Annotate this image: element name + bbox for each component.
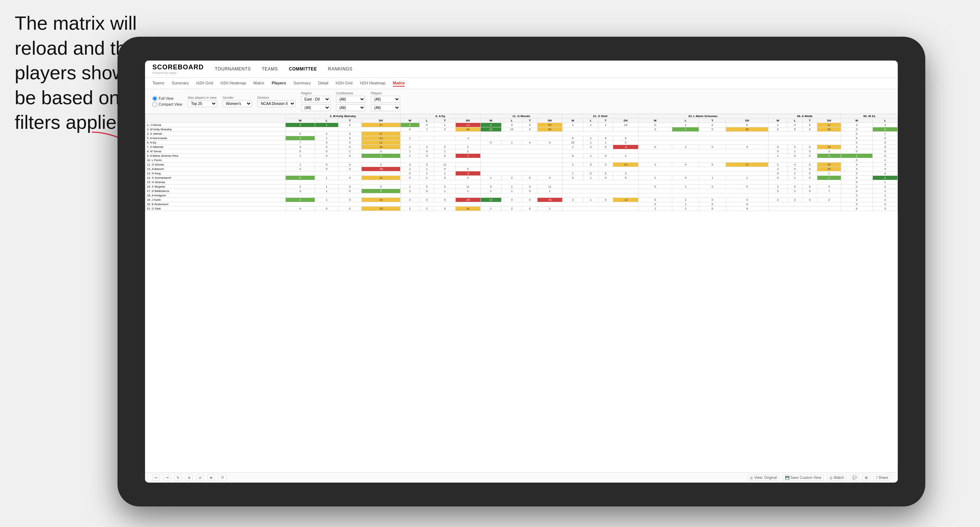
max-players-select[interactable]: Top 25 [188,100,217,107]
sub-dif2: Dif [455,119,480,123]
conference-select[interactable]: (All) [336,96,365,103]
sub-dif3: Dif [537,119,562,123]
player-name: 7. O Mitchell [145,145,286,149]
sub-l4: L [584,119,598,123]
sub-l5: L [672,119,699,123]
sub-l3: L [501,119,522,123]
gender-select[interactable]: Women's [223,100,252,107]
col-header-webb: 38. A Webb [768,114,841,119]
table-row: 19. J Kanh 31019 400-20 1300-51 210-12 0… [145,198,898,202]
matrix-container[interactable]: 2. M Kelly Mulcahy 6. A Dy 11. G Woods 2… [145,114,898,472]
player-name: 6. A Dy [145,141,286,145]
gender-filter: Gender Women's [223,96,252,107]
player-name: 14. S Srichantamit [145,176,286,180]
subnav-h2h-heatmap[interactable]: H2H Heatmap [220,80,246,87]
subnav-matrix2[interactable]: Matrix [393,80,405,87]
col-header-woods: 11. G Woods [480,114,562,119]
table-row: 14. S Srichantamit 31014 0105 1204 0105 … [145,176,898,180]
subnav-teams[interactable]: Teams [153,80,164,87]
player-name: 3. S Jelinek [145,132,286,136]
table-row: 1. J Garcia 31027 301-11 40050 11110 010… [145,123,898,127]
col-header-schumac: 23. L Marie Schumac. [638,114,768,119]
conference-label: Conference [336,91,365,95]
toolbar-right: ◎ View: Original 💾 Save Custom View ◎ Wa… [748,475,891,481]
sub-l7: L [872,119,897,123]
view-options: Full View Compact View [153,96,182,107]
players-select2[interactable]: (All) [371,104,400,111]
player-name: 1. J Garcia [145,123,286,127]
zoom-in-button[interactable]: ⊕ [207,475,215,481]
gender-label: Gender [223,96,252,100]
sub-t1: T [338,119,361,123]
logo-text: SCOREBOARD [153,63,204,71]
full-view-option[interactable]: Full View [153,96,182,101]
region-select2[interactable]: (All) [301,104,331,111]
subnav-h2h-heatmap2[interactable]: H2H Heatmap [360,80,385,87]
subnav-matrix[interactable]: Matrix [253,80,264,87]
col-header-dy: 6. A Dy [400,114,480,119]
watch-icon: ◎ [829,476,833,479]
table-row: 12. A Bianchi 200-58 1104 20025 44 [145,167,898,171]
sub-w4: W [562,119,583,123]
table-row: 18. A Hodgson 01 [145,194,898,198]
division-select[interactable]: NCAA Division II [258,100,296,107]
logo-area: SCOREBOARD Powered by clippd [153,63,204,75]
table-row: 3. S Jelinek 02017 01 [145,132,898,136]
save-custom-button[interactable]: 💾 Save Custom View [783,475,824,481]
sub-w3: W [480,119,501,123]
nav-tournaments[interactable]: TOURNAMENTS [215,65,251,73]
players-filter: Players (All) (All) [371,91,400,111]
sub-w2: W [400,119,419,123]
subnav-h2h-grid2[interactable]: H2H Grid [336,80,353,87]
player-name: 8. M Torres [145,149,286,154]
logo-sub: Powered by clippd [153,71,204,75]
col-header-za: 60. W Za [841,114,897,119]
grid-button[interactable]: ⊞ [862,475,870,481]
col-header-mulcahy: 2. M Kelly Mulcahy [285,114,400,119]
table-row: 11. G Woods 1040 3011 10014 14017 24020 … [145,163,898,167]
player-name: 15. H Stranda [145,180,286,184]
subnav-summary[interactable]: Summary [172,80,189,87]
subnav-summary2[interactable]: Summary [293,80,311,87]
tablet-screen: SCOREBOARD Powered by clippd TOURNAMENTS… [145,60,898,483]
undo-button[interactable]: ↩ [153,475,160,481]
players-select[interactable]: (All) [371,96,400,103]
player-col-header [145,114,286,123]
player-name: 12. A Bianchi [145,167,286,171]
nav-teams[interactable]: TEAMS [262,65,278,73]
comment-button[interactable]: 💬 [850,475,859,481]
compact-view-option[interactable]: Compact View [153,102,182,107]
share-button[interactable]: ⤴ Share [873,475,891,481]
view-original-button[interactable]: ◎ View: Original [748,475,779,481]
refresh-button[interactable]: ↻ [174,475,182,481]
player-name: 9. A Maria Jimenez Rios [145,154,286,158]
settings-button[interactable]: ⏱ [218,475,227,481]
sub-w6: W [768,119,788,123]
region-select[interactable]: East - DII [301,96,331,103]
nav-committee[interactable]: COMMITTEE [289,65,317,73]
watch-button[interactable]: ◎ Watch [827,475,846,481]
main-nav: TOURNAMENTS TEAMS COMMITTEE RANKINGS [215,65,353,73]
sub-nav: Teams Summary H2H Grid H2H Heatmap Matri… [145,78,898,89]
tablet-device: SCOREBOARD Powered by clippd TOURNAMENTS… [118,37,925,506]
subnav-players[interactable]: Players [272,80,286,87]
redo-button[interactable]: ↪ [163,475,171,481]
col-header-stoll: 21. O Stoll [562,114,638,119]
zoom-reset-button[interactable]: ⊙ [196,475,204,481]
conference-filter: Conference (All) (All) [336,91,365,111]
table-row: 10. L Perini 01 [145,158,898,163]
nav-rankings[interactable]: RANKINGS [328,65,353,73]
subnav-detail[interactable]: Detail [318,80,328,87]
table-row: 20. E Andersson 0108 00 [145,202,898,206]
subnav-h2h-grid[interactable]: H2H Grid [196,80,213,87]
toolbar-left: ↩ ↪ ↻ ⊖ ⊙ ⊕ ⏱ [153,475,227,481]
conference-select2[interactable]: (All) [336,104,365,111]
table-row: 9. A Maria Jimenez Rios 1004 100-7 0102 … [145,154,898,158]
table-row: 7. O Mitchell 30018 2202 120-4 0104 0402… [145,145,898,149]
zoom-out-button[interactable]: ⊖ [185,475,193,481]
table-row: 8. M Torres 0010 1012 0103 00 [145,149,898,154]
table-row: 21. O Stoll 400-33 21014 1201 1109 03 [145,206,898,211]
region-label: Region [301,91,331,95]
player-name: 13. N Klug [145,171,286,176]
table-row: 15. H Stranda 01 [145,180,898,184]
